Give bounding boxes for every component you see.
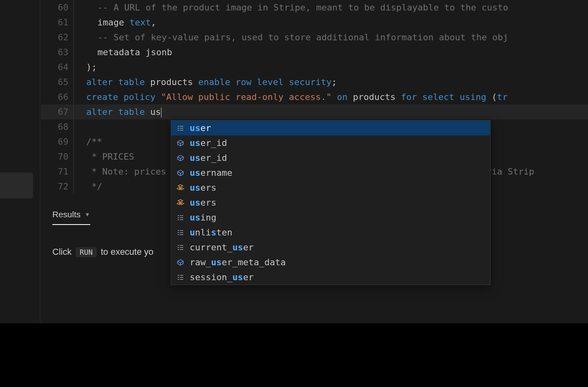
indent-guide [73,134,86,149]
code-line[interactable]: 61image text, [41,15,588,30]
line-number: 72 [41,179,73,194]
indent-guide [73,15,86,30]
indent-guide [73,30,86,45]
autocomplete-label: users [190,180,216,195]
svg-marker-12 [178,185,183,187]
line-number: 66 [41,89,73,104]
autocomplete-item[interactable]: using [171,210,490,225]
keyword-icon [175,214,186,222]
autocomplete-label: using [190,210,216,225]
code-line[interactable]: 67alter table us [41,104,588,119]
field-icon [175,154,186,162]
keyword-icon [175,124,186,132]
run-chip[interactable]: RUN [76,247,97,257]
svg-marker-8 [178,155,183,158]
line-number: 62 [41,30,73,45]
indent-guide [73,119,86,134]
autocomplete-item[interactable]: session_user [171,270,490,285]
indent-guide [73,149,86,164]
code-content: */ [86,179,102,194]
code-content: -- A URL of the product image in Stripe,… [86,0,508,15]
field-icon [175,169,186,177]
text-cursor [161,108,161,117]
line-number: 67 [41,104,73,119]
code-content: image text, [86,15,156,30]
line-number: 70 [41,149,73,164]
indent-guide [73,45,86,60]
autocomplete-label: username [190,165,232,180]
code-content: -- Set of key-value pairs, used to store… [86,30,508,45]
code-content: metadata jsonb [86,45,172,60]
code-line[interactable]: 65alter table products enable row level … [41,75,588,89]
autocomplete-item[interactable]: raw_user_meta_data [171,255,490,270]
code-content: * PRICES [86,149,134,164]
autocomplete-item[interactable]: user_id [171,135,490,150]
svg-marker-10 [178,170,183,173]
autocomplete-label: unlisten [190,225,232,240]
keyword-icon [175,229,186,237]
code-line[interactable]: 62-- Set of key-value pairs, used to sto… [41,30,588,45]
autocomplete-item[interactable]: current_user [171,240,490,255]
autocomplete-popup[interactable]: useruser_iduser_idusernameusersusersusin… [171,120,491,285]
indent-guide [73,60,86,75]
indent-guide [73,179,86,194]
struct-icon [175,184,186,192]
field-icon [175,258,186,266]
line-number: 69 [41,134,73,149]
code-content: ); [86,60,97,75]
svg-marker-36 [178,260,183,263]
sidebar [0,0,40,323]
line-number: 68 [41,119,73,134]
line-number: 60 [41,0,73,15]
results-tab-label: Results [52,210,81,219]
svg-marker-6 [178,140,183,144]
autocomplete-item[interactable]: user_id [171,150,490,165]
keyword-icon [175,273,186,281]
line-number: 64 [41,60,73,75]
empty-footer [0,323,588,387]
line-number: 61 [41,15,73,30]
autocomplete-label: user_id [190,150,227,165]
indent-guide [73,75,86,89]
svg-marker-15 [178,200,183,202]
autocomplete-item[interactable]: username [171,165,490,180]
indent-guide [73,104,86,119]
chevron-down-icon: ▼ [85,211,90,218]
hint-text-before: Click [52,247,72,257]
indent-guide [73,89,86,104]
keyword-icon [175,243,186,252]
autocomplete-item[interactable]: users [171,180,490,195]
autocomplete-label: user [190,121,211,135]
line-number: 65 [41,75,73,89]
autocomplete-label: session_user [190,270,254,285]
indent-guide [73,164,86,179]
autocomplete-item[interactable]: user [171,121,490,135]
code-line[interactable]: 66create policy "Allow public read-only … [41,89,588,104]
line-number: 71 [41,164,73,179]
app-frame: 60-- A URL of the product image in Strip… [0,0,588,323]
code-content: alter table products enable row level se… [86,75,337,89]
autocomplete-item[interactable]: unlisten [171,225,490,240]
struct-icon [175,199,186,207]
code-content: /** [86,134,102,149]
autocomplete-label: current_user [190,240,254,255]
line-number: 63 [41,45,73,60]
code-content: create policy "Allow public read-only ac… [86,89,507,104]
autocomplete-label: users [190,195,216,210]
code-line[interactable]: 63metadata jsonb [41,45,588,60]
autocomplete-label: raw_user_meta_data [190,255,286,270]
results-tab[interactable]: Results ▼ [52,210,90,225]
field-icon [175,139,186,147]
hint-text-after: to execute yo [101,247,153,257]
indent-guide [73,0,86,15]
sidebar-active-marker[interactable] [0,173,33,198]
code-line[interactable]: 60-- A URL of the product image in Strip… [41,0,588,15]
code-line[interactable]: 64); [41,60,588,75]
autocomplete-item[interactable]: users [171,195,490,210]
autocomplete-label: user_id [190,135,227,150]
code-content: alter table us [86,104,161,119]
